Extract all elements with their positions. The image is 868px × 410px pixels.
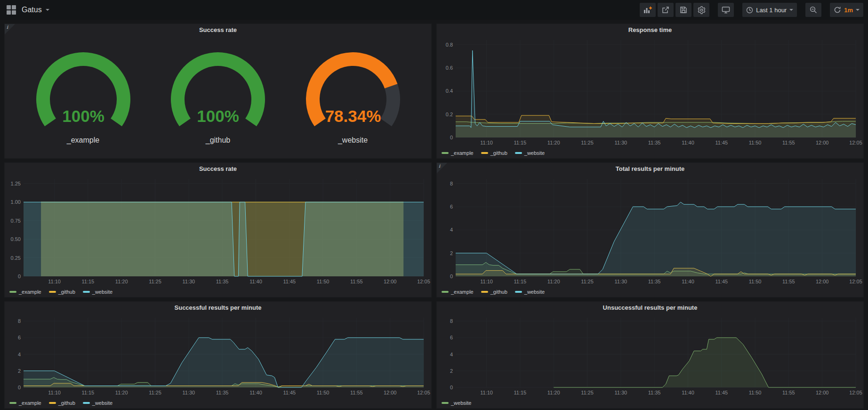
legend: _example_github_website (5, 398, 431, 408)
svg-text:78.34%: 78.34% (325, 107, 381, 125)
legend-label: _website (92, 289, 113, 295)
chart-unsuccessful-results[interactable]: 11:1011:1511:2011:2511:3011:3511:4011:45… (437, 314, 863, 398)
svg-text:11:55: 11:55 (782, 140, 795, 145)
svg-text:11:10: 11:10 (480, 140, 493, 145)
svg-text:11:40: 11:40 (682, 390, 694, 395)
tv-mode-button[interactable] (718, 3, 734, 17)
svg-text:2: 2 (450, 368, 453, 374)
monitor-icon (722, 6, 730, 14)
svg-text:2: 2 (18, 368, 21, 374)
svg-text:11:55: 11:55 (350, 390, 363, 395)
refresh-button[interactable]: 1m (830, 3, 863, 17)
svg-text:0: 0 (450, 273, 453, 279)
legend-item-_website[interactable]: _website (83, 400, 113, 406)
svg-text:11:50: 11:50 (749, 279, 762, 284)
legend-item-_website[interactable]: _website (515, 150, 545, 156)
panel-title[interactable]: Successful results per minute (5, 302, 431, 314)
share-icon (662, 6, 669, 14)
legend-label: _example (19, 400, 41, 406)
svg-text:11:25: 11:25 (149, 279, 161, 284)
gauge-arc: 100% (161, 48, 274, 135)
legend: _example_github_website (437, 287, 863, 297)
svg-text:2: 2 (450, 250, 453, 256)
legend-item-_example[interactable]: _example (9, 400, 41, 406)
dashboard-title-dropdown[interactable]: Gatus (22, 6, 49, 14)
time-range-picker[interactable]: Last 1 hour (742, 3, 797, 17)
legend-item-_example[interactable]: _example (9, 289, 41, 295)
legend-swatch (481, 291, 488, 293)
legend-item-_example[interactable]: _example (442, 150, 474, 156)
svg-text:11:15: 11:15 (82, 279, 95, 284)
svg-text:6: 6 (18, 335, 21, 340)
svg-text:0.50: 0.50 (11, 236, 21, 242)
chart-response-time[interactable]: 11:1011:1511:2011:2511:3011:3511:4011:45… (437, 36, 863, 148)
settings-button[interactable] (693, 3, 709, 17)
gauge-arc: 78.34% (297, 48, 410, 135)
legend-swatch (515, 152, 522, 154)
panel-unsuccessful-results: Unsuccessful results per minute 11:1011:… (436, 301, 864, 409)
svg-text:11:20: 11:20 (547, 140, 560, 145)
svg-text:4: 4 (18, 352, 21, 357)
svg-text:11:35: 11:35 (216, 390, 229, 395)
chevron-down-icon (856, 9, 860, 11)
svg-text:11:30: 11:30 (614, 279, 627, 284)
svg-text:11:20: 11:20 (547, 279, 560, 284)
legend-item-_website[interactable]: _website (515, 289, 545, 295)
panel-title[interactable]: Success rate (5, 24, 431, 36)
svg-text:11:25: 11:25 (581, 390, 594, 395)
legend-label: _github (58, 400, 75, 406)
legend-item-_website[interactable]: _website (442, 400, 471, 406)
legend-swatch (49, 402, 56, 404)
legend-item-_github[interactable]: _github (49, 400, 75, 406)
svg-text:0.6: 0.6 (446, 65, 453, 71)
svg-text:12:00: 12:00 (384, 279, 397, 284)
chart-total-results[interactable]: 11:1011:1511:2011:2511:3011:3511:4011:45… (437, 175, 863, 287)
svg-text:11:50: 11:50 (317, 390, 330, 395)
svg-text:11:55: 11:55 (350, 279, 363, 284)
legend-swatch (442, 291, 449, 293)
svg-text:11:40: 11:40 (682, 140, 694, 145)
legend-item-_github[interactable]: _github (481, 289, 507, 295)
legend-label: _github (490, 289, 507, 295)
legend-item-_website[interactable]: _website (83, 289, 113, 295)
chart-success-rate[interactable]: 11:1011:1511:2011:2511:3011:3511:4011:45… (5, 175, 431, 287)
legend-item-_github[interactable]: _github (49, 289, 75, 295)
legend-label: _example (19, 289, 41, 295)
panel-title[interactable]: Total results per minute (437, 163, 863, 175)
svg-text:11:30: 11:30 (614, 140, 627, 145)
svg-text:11:40: 11:40 (682, 279, 694, 284)
svg-text:11:15: 11:15 (514, 390, 527, 395)
svg-text:6: 6 (450, 204, 453, 209)
svg-text:12:05: 12:05 (849, 279, 862, 284)
legend-item-_example[interactable]: _example (442, 289, 474, 295)
panel-response-time: Response time 11:1011:1511:2011:2511:301… (436, 24, 864, 159)
share-button[interactable] (658, 3, 674, 17)
zoom-out-button[interactable] (805, 3, 821, 17)
chart-successful-results[interactable]: 11:1011:1511:2011:2511:3011:3511:4011:45… (5, 314, 431, 398)
svg-text:11:45: 11:45 (715, 140, 728, 145)
panel-title[interactable]: Success rate (5, 163, 431, 175)
svg-text:11:10: 11:10 (480, 279, 493, 284)
legend-item-_github[interactable]: _github (481, 150, 507, 156)
navbar: Gatus (0, 0, 868, 20)
refresh-icon (834, 6, 841, 14)
svg-text:11:45: 11:45 (283, 279, 296, 284)
save-button[interactable] (675, 3, 691, 17)
legend-swatch (481, 152, 488, 154)
svg-text:0: 0 (18, 385, 21, 390)
svg-text:0.8: 0.8 (446, 42, 453, 48)
svg-text:11:35: 11:35 (648, 390, 661, 395)
legend-label: _github (58, 289, 75, 295)
add-panel-button[interactable] (640, 3, 656, 17)
gauge-_website: 78.34%_website (297, 48, 410, 145)
svg-text:11:45: 11:45 (715, 390, 728, 395)
svg-text:12:00: 12:00 (816, 390, 829, 395)
panel-title[interactable]: Unsuccessful results per minute (437, 302, 863, 314)
panel-title[interactable]: Response time (437, 24, 863, 36)
svg-text:11:30: 11:30 (182, 390, 195, 395)
legend-swatch (442, 402, 449, 404)
legend-swatch (49, 291, 56, 293)
svg-text:100%: 100% (197, 107, 239, 125)
svg-text:11:45: 11:45 (283, 390, 296, 395)
grafana-logo-icon[interactable] (7, 5, 16, 15)
